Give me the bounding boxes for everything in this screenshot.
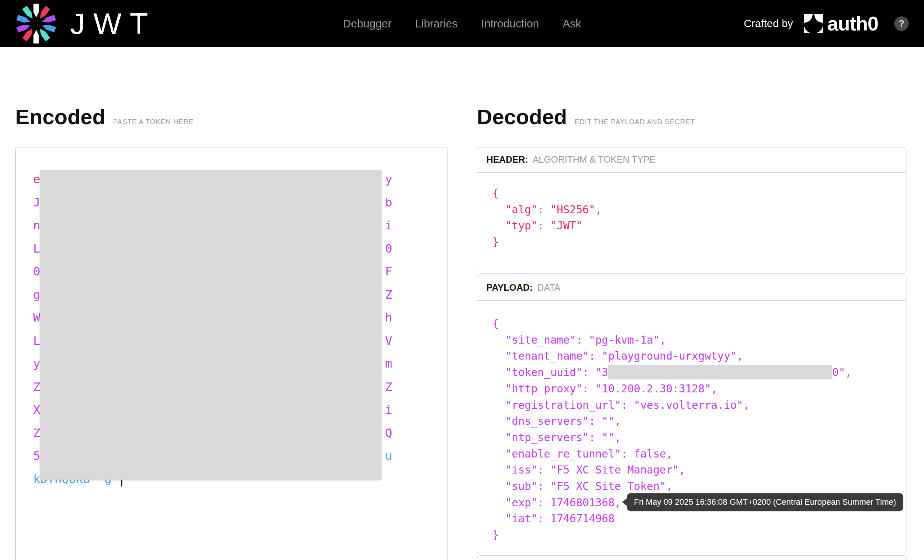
header-json-line: { (492, 186, 906, 202)
auth0-wordmark: auth0 (827, 14, 878, 34)
jwt-pinwheel-icon (15, 3, 57, 45)
header-section: HEADER: ALGORITHM & TOKEN TYPE { "alg": … (477, 147, 906, 274)
exp-date-tooltip: Fri May 09 2025 16:36:08 GMT+0200 (Centr… (627, 493, 903, 511)
payload-label: PAYLOAD: (486, 282, 533, 293)
redaction-overlay (40, 170, 382, 480)
tooltip-arrow (622, 498, 627, 506)
payload-json-line: "token_uuid": "30", (492, 365, 906, 381)
payload-json-line: "enable_re_tunnel": false, (492, 446, 906, 462)
topbar: JWT DebuggerLibrariesIntroductionAsk Cra… (0, 0, 924, 47)
auth0-shield-icon (804, 14, 823, 34)
payload-json-line: "sub": "F5 XC Site Token", (492, 478, 906, 495)
payload-json-line: "site_name": "pg-kvm-1a", (492, 332, 906, 349)
encoded-panel: Encoded PASTE A TOKEN HERE eyJbniL00FgZW… (15, 47, 448, 560)
encoded-title: Encoded (15, 104, 105, 129)
payload-json-line: } (492, 527, 906, 544)
nav-item-ask[interactable]: Ask (563, 18, 581, 30)
header-json-line: "typ": "JWT" (492, 218, 906, 234)
header-json-line: "alg": "HS256", (492, 202, 906, 218)
next-section-stub (477, 555, 906, 560)
header-json-line: } (492, 234, 906, 251)
debugger-content: Encoded PASTE A TOKEN HERE eyJbniL00FgZW… (0, 47, 924, 560)
nav-item-debugger[interactable]: Debugger (343, 18, 391, 30)
tooltip-text: Fri May 09 2025 16:36:08 GMT+0200 (Centr… (634, 498, 896, 507)
jwt-logo[interactable]: JWT (15, 3, 156, 45)
payload-json-line: "registration_url": "ves.volterra.io", (492, 397, 906, 414)
encoded-heading: Encoded PASTE A TOKEN HERE (15, 104, 448, 129)
encoded-token-editor[interactable]: eyJbniL00FgZWhLVymZZXiZQ5ukDTnQbKa g (15, 147, 448, 560)
decoded-subtitle: EDIT THE PAYLOAD AND SECRET (575, 118, 695, 126)
header-sublabel: ALGORITHM & TOKEN TYPE (533, 154, 656, 165)
header-label: HEADER: (486, 154, 528, 165)
decoded-panel: Decoded EDIT THE PAYLOAD AND SECRET HEAD… (477, 47, 906, 560)
payload-json-line: "iat": 1746714968 (492, 511, 906, 527)
encoded-subtitle: PASTE A TOKEN HERE (113, 118, 194, 126)
question-mark-icon: ? (899, 18, 905, 29)
nav-item-introduction[interactable]: Introduction (481, 18, 539, 30)
payload-section-title: PAYLOAD: DATA (477, 275, 906, 301)
payload-json-line: "ntp_servers": "", (492, 430, 906, 446)
crafted-by-area: Crafted by auth0 ? (744, 14, 909, 34)
payload-section: PAYLOAD: DATA { "site_name": "pg-kvm-1a"… (477, 275, 906, 554)
payload-json-line: { (492, 316, 906, 332)
token-uuid-redaction (608, 365, 832, 378)
payload-json-line: "iss": "F5 XC Site Manager", (492, 462, 906, 478)
jwt-wordmark: JWT (70, 9, 156, 38)
decoded-heading: Decoded EDIT THE PAYLOAD AND SECRET (477, 104, 906, 129)
jwt-io-page: JWT DebuggerLibrariesIntroductionAsk Cra… (0, 0, 924, 560)
auth0-link[interactable]: auth0 (804, 14, 878, 34)
header-section-title: HEADER: ALGORITHM & TOKEN TYPE (477, 147, 906, 173)
payload-json-line: "dns_servers": "", (492, 413, 906, 430)
payload-json-line: "http_proxy": "10.200.2.30:3128", (492, 381, 906, 397)
decoded-title: Decoded (477, 104, 567, 129)
main-nav: DebuggerLibrariesIntroductionAsk (343, 0, 581, 47)
crafted-by-label: Crafted by (744, 18, 793, 30)
nav-item-libraries[interactable]: Libraries (415, 18, 457, 30)
header-json-editor[interactable]: { "alg": "HS256", "typ": "JWT"} (477, 173, 906, 251)
payload-json-line: "tenant_name": "playground-urxgwtyy", (492, 348, 906, 365)
help-button[interactable]: ? (894, 16, 909, 31)
payload-sublabel: DATA (537, 282, 560, 293)
